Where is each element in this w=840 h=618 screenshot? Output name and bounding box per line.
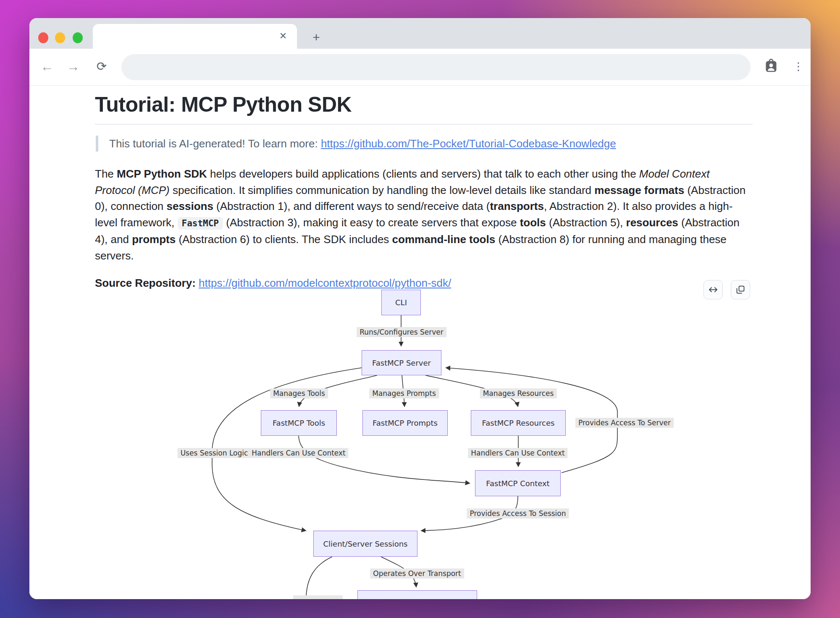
diagram-edge-server-to-tools xyxy=(299,375,377,406)
close-tab-icon[interactable]: ✕ xyxy=(277,30,289,42)
edge-label: Uses Session Logic xyxy=(178,448,251,458)
source-repository-line: Source Repository: https://github.com/mo… xyxy=(95,277,753,290)
diagram-node-fastmcp-prompts: FastMCP Prompts xyxy=(362,410,448,436)
document: Tutorial: MCP Python SDK This tutorial i… xyxy=(95,86,753,290)
edge-label: Provides Access To Server xyxy=(575,418,674,428)
text-run: specification. It simplifies communicati… xyxy=(170,184,595,196)
diagram-node-transports xyxy=(357,590,477,599)
new-tab-button[interactable]: + xyxy=(309,31,323,45)
close-window-button[interactable] xyxy=(38,32,48,43)
text-run: sessions xyxy=(167,200,213,212)
ai-generated-note: This tutorial is AI-generated! To learn … xyxy=(96,136,753,152)
text-run: prompts xyxy=(132,233,176,246)
text-run: The xyxy=(95,168,117,180)
expand-diagram-button[interactable] xyxy=(704,280,723,299)
kebab-menu-icon[interactable]: ⋮ xyxy=(792,58,805,75)
title-divider xyxy=(95,124,753,125)
edge-label: Runs/Configures Server xyxy=(357,327,446,337)
text-run: MCP Python SDK xyxy=(117,168,207,180)
diagram-node-cli: CLI xyxy=(381,290,421,315)
edge-label: Handlers Can Use Context xyxy=(468,448,567,458)
text-run: Source Repository: xyxy=(95,277,196,289)
edge-label: Manages Resources xyxy=(480,388,557,398)
text-run xyxy=(196,277,199,289)
edge-label: Operates Over Transport xyxy=(370,568,464,579)
tab-strip: ✕ + xyxy=(29,18,811,49)
diagram-edge-tools-to-context xyxy=(299,436,470,483)
reload-icon[interactable]: ⟳ xyxy=(92,57,111,76)
diagram-edge-server-to-resources xyxy=(425,375,518,406)
inline-code: FastMCP xyxy=(178,217,223,230)
diagram-edge-context-to-sessions xyxy=(421,496,518,531)
diagram-edge-server-to-sessions xyxy=(212,368,362,531)
text-run: helps developers build applications (cli… xyxy=(207,168,639,180)
diagram-edge-context-to-server xyxy=(446,368,617,473)
forward-icon[interactable]: → xyxy=(64,57,82,76)
browser-tab[interactable]: ✕ xyxy=(93,24,297,49)
copy-diagram-button[interactable] xyxy=(731,280,750,299)
url-bar[interactable] xyxy=(121,54,751,80)
text-run: tools xyxy=(520,216,546,229)
diagram-node-fastmcp-resources: FastMCP Resources xyxy=(471,410,566,436)
minimize-window-button[interactable] xyxy=(55,32,65,43)
edge-label: Handlers Can Use Context xyxy=(249,448,348,458)
edge-label: Provides Access To Session xyxy=(467,508,569,518)
browser-window: ✕ + ← → ⟳ ⋮ Tutorial: MCP Python SDK Thi… xyxy=(29,18,811,599)
diagram-node-fastmcp-server: FastMCP Server xyxy=(362,350,441,375)
browser-toolbar: ← → ⟳ ⋮ xyxy=(29,49,811,86)
horizontal-expand-icon xyxy=(708,285,718,295)
text-run: command-line tools xyxy=(392,233,496,246)
diagram-node-fastmcp-context: FastMCP Context xyxy=(475,470,561,496)
diagram-edge-sessions-to-clipped xyxy=(306,557,332,596)
inline-link[interactable]: https://github.com/modelcontextprotocol/… xyxy=(199,277,451,289)
text-run: resources xyxy=(626,216,678,229)
intro-paragraph: The MCP Python SDK helps developers buil… xyxy=(95,166,753,264)
edge-label: Manages Tools xyxy=(270,388,328,398)
page-content: Tutorial: MCP Python SDK This tutorial i… xyxy=(29,86,811,599)
diagram-node-fastmcp-tools: FastMCP Tools xyxy=(261,410,337,436)
text-run: message formats xyxy=(594,184,684,196)
text-run: (Abstraction 3), making it easy to creat… xyxy=(223,216,520,229)
text-run: This tutorial is AI-generated! To learn … xyxy=(109,137,321,150)
maximize-window-button[interactable] xyxy=(73,32,83,43)
clipped-edge-label xyxy=(293,595,343,599)
diagram-edge-server-to-prompts xyxy=(402,375,404,406)
text-run: transports xyxy=(490,200,544,212)
diagram-node-client-server-sessions: Client/Server Sessions xyxy=(313,531,417,557)
text-run: (Abstraction 1), and different ways to s… xyxy=(213,200,490,212)
copy-icon xyxy=(735,285,746,295)
page-title: Tutorial: MCP Python SDK xyxy=(95,92,753,117)
text-run: (Abstraction 6) to clients. The SDK incl… xyxy=(176,233,392,246)
diagram-edge-sessions-to-transport xyxy=(381,557,416,587)
edge-label: Manages Prompts xyxy=(369,388,439,398)
text-run: (Abstraction 5), xyxy=(546,216,626,229)
profile-icon[interactable] xyxy=(763,58,780,75)
back-icon[interactable]: ← xyxy=(38,57,56,76)
inline-link[interactable]: https://github.com/The-Pocket/Tutorial-C… xyxy=(321,137,616,150)
